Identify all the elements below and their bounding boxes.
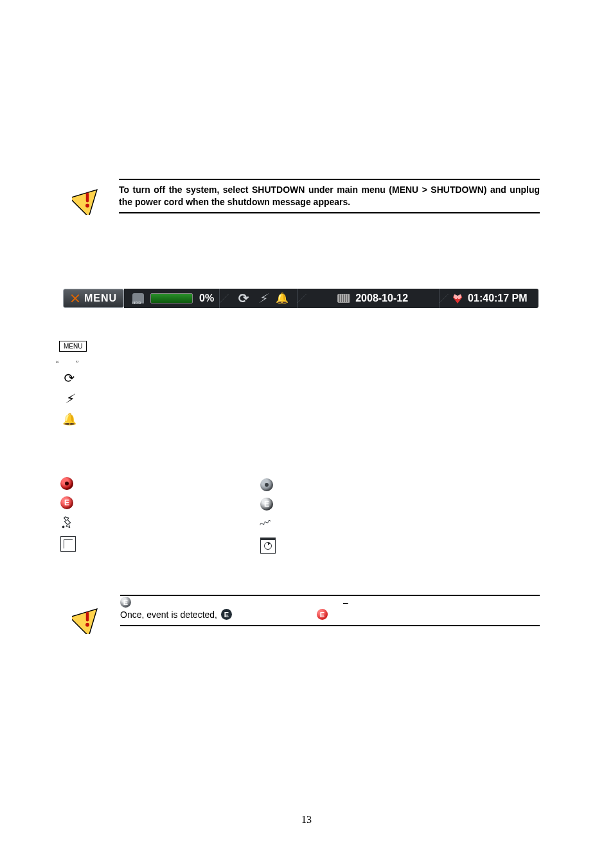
alarm-icon: 🔔: [62, 412, 76, 426]
keyboard-icon: [337, 294, 350, 303]
time-segment: 01:40:17 PM: [449, 289, 538, 308]
event-badge-grey-icon: E: [120, 597, 131, 608]
caution-icon: [72, 603, 103, 637]
event-note-line1-suffix: –: [343, 597, 348, 608]
backup-icon: [260, 538, 276, 554]
svg-rect-5: [86, 612, 89, 622]
motion-icon: [60, 516, 75, 530]
legend-col-left: E: [60, 477, 76, 552]
alarm-icon: 🔔: [275, 291, 289, 305]
svg-point-3: [62, 526, 65, 529]
hdd-percent: 0%: [199, 293, 214, 304]
divider: [439, 289, 449, 308]
shutdown-note: To turn off the system, select SHUTDOWN …: [119, 179, 540, 213]
hdd-icon: [132, 293, 144, 303]
menu-button-small-label: MENU: [64, 343, 82, 350]
event-note: E – Once, event is detected, E E: [120, 597, 540, 626]
hdd-usage-bar: [150, 293, 193, 303]
shutdown-note-text: To turn off the system, select SHUTDOWN …: [119, 180, 540, 212]
menu-button-small[interactable]: MENU: [59, 341, 87, 352]
event-badge-dark-icon: E: [221, 609, 232, 620]
divider: [120, 595, 540, 596]
menu-button[interactable]: MENU: [63, 289, 124, 308]
osd-time: 01:40:17 PM: [468, 293, 528, 304]
page-number: 13: [0, 814, 613, 826]
svg-point-6: [85, 623, 89, 627]
status-bar: MENU 0% ⟳ ⚡ 🔔 2008-10-12 01:40:17 PM: [63, 289, 538, 308]
legend-col-1: ⟳ ⚡ 🔔: [62, 371, 76, 426]
audio-wave-icon: 〰: [258, 515, 276, 533]
sequence-icon: ⟳: [236, 291, 251, 305]
caution-icon: [72, 184, 103, 217]
event-badge-grey-icon: E: [260, 498, 273, 511]
hdd-segment: 0%: [124, 289, 219, 308]
sequence-icon: ⟳: [62, 371, 76, 385]
record-led-grey-icon: [260, 478, 273, 491]
menu-label: MENU: [84, 293, 117, 304]
svg-point-2: [85, 204, 89, 208]
event-badge-red-icon: E: [317, 609, 328, 620]
record-led-red-icon: [60, 477, 73, 490]
date-segment: 2008-10-12: [306, 289, 439, 308]
status-icons: ⟳ ⚡ 🔔: [229, 289, 297, 308]
network-icon: ⚡: [62, 392, 76, 406]
sequence-view-icon: [60, 536, 76, 552]
event-badge-red-icon: E: [60, 496, 73, 509]
event-note-line2-prefix: Once, event is detected,: [120, 610, 217, 620]
osd-date: 2008-10-12: [355, 293, 408, 304]
tools-x-icon: [70, 293, 80, 303]
heartbeat-icon: [452, 293, 463, 303]
divider: [219, 289, 229, 308]
divider: [119, 212, 540, 213]
svg-rect-1: [86, 193, 89, 203]
quote-marks: “ ”: [56, 359, 86, 366]
divider: [120, 625, 540, 626]
legend-col-middle: E 〰: [260, 478, 276, 554]
network-icon: ⚡: [256, 291, 270, 305]
divider: [297, 289, 306, 308]
